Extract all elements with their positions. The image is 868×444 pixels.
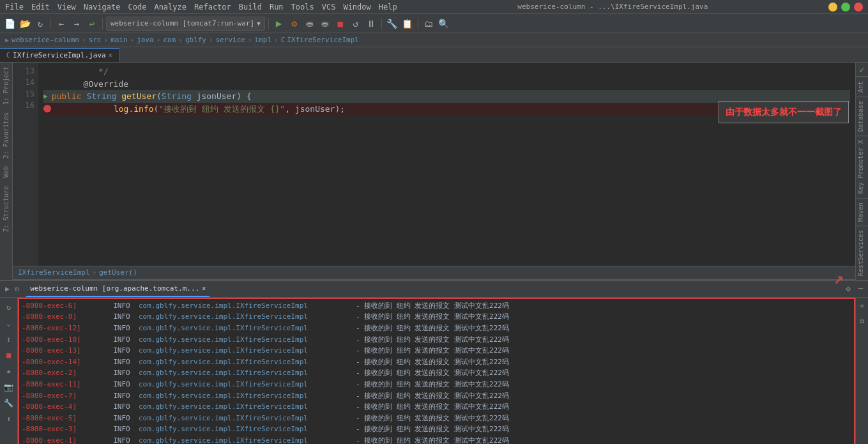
sidebar-favorites-label[interactable]: 2: Favorites [1,110,11,161]
code-paren-close: ) { [236,90,251,103]
run-panel-body: ↻ ⌄ ↕ ■ ★ 📷 🔧 ⬆ -8080-exec-6] INFO com.g… [0,298,868,444]
open-button[interactable]: 📂 [18,17,32,31]
bc-src[interactable]: src [89,36,102,44]
log-msg-11: - 接收的到 纽约 发送的报文 测试中文乱222码 [356,424,509,435]
tab-class-icon: C [6,52,10,59]
method-bc-method[interactable]: getUser() [99,268,137,277]
reload-button[interactable]: ↺ [349,17,363,31]
sidebar-web-label[interactable]: Web [1,164,11,180]
run-tab-close-icon[interactable]: × [202,285,206,292]
menu-view[interactable]: View [57,3,76,11]
maximize-button[interactable] [841,3,850,11]
sidebar-structure-label[interactable]: Z: Structure [1,183,11,234]
panel-rest-services[interactable]: RestServices [856,226,868,280]
pause-button[interactable]: ⏸ [364,17,378,31]
line-num-13: 13 [13,65,34,77]
menu-navigate[interactable]: Navigate [84,3,121,11]
close-button[interactable] [854,3,863,11]
bc-com[interactable]: com [163,36,176,44]
rp-up-icon[interactable]: ⬆ [2,412,16,426]
bc-webserice-column[interactable]: webserice-column [11,36,79,44]
code-editor: 13 14 15 16 */ @Override ▶ publ [13,63,855,266]
run-indicator-icon: ▶ [43,91,48,102]
menu-tools[interactable]: Tools [291,3,314,11]
sidebar-project-label[interactable]: 1: Project [1,64,11,107]
panel-key-promoter[interactable]: Key Promoter X [856,135,868,197]
menu-refactor[interactable]: Refactor [194,3,231,11]
tab-close-button[interactable]: × [109,52,112,59]
run-config-combo[interactable]: webserice-column [tomcat7:run-war] ▼ [106,17,265,31]
menu-help[interactable]: Help [379,3,397,11]
minimize-button[interactable] [828,3,837,11]
bc-gblfy[interactable]: gblfy [185,36,206,44]
log-line-3: -8080-exec-10] INFO com.gblfy.service.im… [22,334,851,346]
code-param-jsonuser2: jsonUser [295,103,335,116]
log-level-5: INFO [105,356,139,368]
run-settings-icon[interactable]: ⚙ [846,284,851,293]
rp-scroll-icon[interactable]: ↕ [2,332,16,346]
combo-arrow-icon: ▼ [257,20,260,27]
bc-impl[interactable]: impl [255,36,272,44]
back-button[interactable]: ← [54,17,68,31]
run-m-icon: m [15,286,19,293]
panel-ant[interactable]: Ant [856,77,868,96]
code-paren2: ( [154,103,159,116]
log-thread-3: -8080-exec-10] [22,334,105,346]
menu-code[interactable]: Code [128,3,147,11]
panel-maven[interactable]: Maven [856,198,868,226]
line-num-16: 16 [13,100,34,111]
menu-analyze[interactable]: Analyze [154,3,187,11]
log-level-12: INFO [105,435,139,444]
title-left: File Edit View Navigate Code Analyze Ref… [5,3,397,11]
run-button[interactable]: ▶ [272,17,286,31]
bc-service[interactable]: service [216,36,245,44]
bc-sep-2: › [104,36,109,44]
run-tab-main[interactable]: webserice-column [org.apache.tomcat.m...… [26,281,209,297]
log-class-1: com.gblfy.service.impl.IXfireServiceImpl [139,311,356,323]
breadcrumb-expand-icon[interactable]: ▶ [5,36,9,43]
rp-restart-icon[interactable]: ↻ [2,300,16,314]
coverage-button[interactable]: ⛂ [303,17,317,31]
bc-main[interactable]: main [110,36,128,44]
editor-tab-ixfire[interactable]: C IXfireServiceImpl.java × [0,48,119,62]
undo-button[interactable]: ↩ [85,17,99,31]
menu-edit[interactable]: Edit [31,3,50,11]
rp-expand-icon[interactable]: ⌄ [2,316,16,330]
menu-build[interactable]: Build [239,3,262,11]
rp-wrench-icon[interactable]: 🔧 [2,396,16,410]
menu-vcs[interactable]: VCS [322,3,336,11]
rs-green-check: ✓ [856,63,868,77]
forward-button[interactable]: → [70,17,84,31]
file-manager-button[interactable]: 🗂 [422,17,436,31]
menu-window[interactable]: Window [343,3,370,11]
menu-run[interactable]: Run [270,3,284,11]
bc-java[interactable]: java [137,36,154,44]
method-bc-class[interactable]: IXfireServiceImpl [18,268,90,277]
toolbar-separator-4 [381,18,382,29]
log-msg-3: - 接收的到 纽约 发送的报文 测试中文乱222码 [356,334,509,346]
run-panel-left-icons: ↻ ⌄ ↕ ■ ★ 📷 🔧 ⬆ [0,298,18,444]
panel-database[interactable]: Database [856,96,868,135]
run-minimize-icon[interactable]: ─ [858,284,863,293]
refresh-button[interactable]: ↻ [33,17,47,31]
rp-right-filter[interactable]: ⧉ [855,314,869,328]
search-everywhere-button[interactable]: 🔍 [437,17,451,31]
settings-button[interactable]: 🔧 [385,17,399,31]
log-class-3: com.gblfy.service.impl.IXfireServiceImpl [139,334,356,346]
stop-button[interactable]: ■ [333,17,347,31]
vcs-button[interactable]: 📋 [400,17,415,31]
profile-button[interactable]: ⛂ [318,17,332,31]
menu-file[interactable]: File [5,3,24,11]
rp-stop-icon[interactable]: ■ [2,348,16,362]
rp-star-icon[interactable]: ★ [2,364,16,378]
bc-class[interactable]: C IXfireServiceImpl [281,36,359,44]
bc-sep-5: › [178,36,183,44]
rp-camera-icon[interactable]: 📷 [2,380,16,394]
log-line-10: -8080-exec-5] INFO com.gblfy.service.imp… [22,413,851,424]
log-msg-12: - 接收的到 纽约 发送的报文 测试中文乱222码 [356,435,509,444]
new-file-button[interactable]: 📄 [3,17,17,31]
log-msg-8: - 接收的到 纽约 发送的报文 测试中文乱222码 [356,390,509,402]
log-thread-7: -8080-exec-11] [22,379,105,390]
rp-right-format[interactable]: ≡ [855,299,869,313]
build-button[interactable]: ⚙ [287,17,301,31]
